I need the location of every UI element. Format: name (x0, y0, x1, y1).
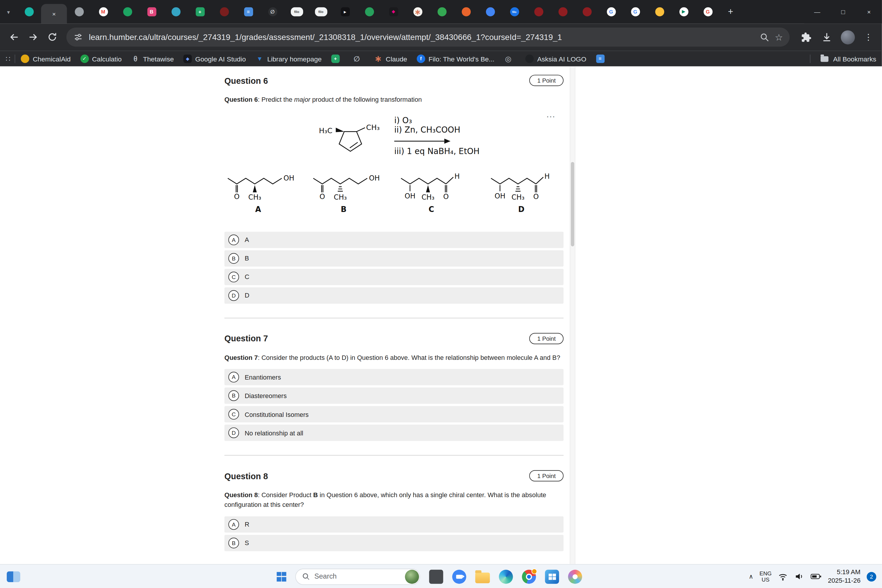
language-indicator[interactable]: ENG US (759, 570, 771, 583)
minimize-button[interactable]: — (804, 0, 830, 24)
widgets-icon[interactable] (7, 572, 20, 582)
bookmark-item[interactable]: ◆ Google AI Studio (183, 55, 246, 63)
edge-icon[interactable] (499, 570, 513, 584)
answer-option[interactable]: A R (224, 516, 564, 532)
notification-badge[interactable]: 2 (867, 572, 876, 582)
extensions-button[interactable] (797, 28, 815, 46)
meeting-app-icon[interactable] (452, 570, 466, 584)
bookmark-item[interactable]: Asksia AI LOGO (525, 55, 586, 63)
browser-tab[interactable] (67, 0, 91, 24)
wifi-icon[interactable] (778, 572, 788, 582)
answer-option[interactable]: D No relationship at all (224, 425, 564, 441)
scrollbar[interactable] (570, 66, 575, 564)
answer-option[interactable]: A A (224, 232, 564, 248)
chrome-icon[interactable] (522, 570, 536, 584)
browser-tab[interactable] (647, 0, 672, 24)
active-tab[interactable]: × (41, 4, 67, 24)
puzzle-icon (801, 32, 811, 42)
taskbar-search[interactable]: Search (295, 568, 420, 585)
browser-tab[interactable] (115, 0, 140, 24)
file-explorer-icon[interactable] (475, 572, 490, 583)
browser-tab[interactable] (550, 0, 575, 24)
address-bar[interactable]: learn.humber.ca/ultra/courses/_274319_1/… (66, 28, 790, 47)
answer-option[interactable]: A Enantiomers (224, 369, 564, 386)
bookmark-item[interactable]: ∅ (352, 55, 364, 63)
browser-tab[interactable]: filo (502, 0, 526, 24)
volume-icon[interactable] (794, 572, 804, 582)
bookmark-item[interactable]: ▼ Library homepage (255, 55, 322, 63)
all-bookmarks-button[interactable]: All Bookmarks (810, 55, 876, 63)
bookmark-favicon: ◆ (183, 55, 192, 63)
browser-tab[interactable]: ▶ (672, 0, 696, 24)
browser-tab[interactable]: G (696, 0, 720, 24)
browser-tab[interactable] (430, 0, 454, 24)
browser-tab[interactable] (164, 0, 188, 24)
browser-tab[interactable]: ≡ (236, 0, 260, 24)
answer-option[interactable]: C Constitutional Isomers (224, 406, 564, 423)
browser-tab[interactable] (478, 0, 502, 24)
site-controls-icon[interactable] (73, 32, 83, 42)
bookmark-item[interactable]: ∗ Claude (374, 55, 407, 63)
browser-tab[interactable]: M (91, 0, 115, 24)
maximize-button[interactable]: □ (830, 0, 856, 24)
clock[interactable]: 5:19 AM 2025-11-26 (828, 568, 861, 585)
reload-button[interactable] (43, 28, 62, 47)
profile-button[interactable] (838, 28, 856, 46)
bookmark-item[interactable]: ◎ (504, 55, 516, 63)
question7-title: Question 7 (224, 334, 268, 344)
browser-tab[interactable] (17, 0, 41, 24)
answer-option[interactable]: B Diastereomers (224, 388, 564, 404)
bookmark-item[interactable]: ChemicalAid (21, 55, 70, 63)
bookmark-item[interactable]: + (331, 55, 343, 63)
bookmark-star-icon[interactable]: ☆ (775, 32, 783, 42)
scrollbar-thumb[interactable] (571, 162, 574, 246)
start-button[interactable] (277, 572, 286, 582)
browser-tab[interactable] (357, 0, 381, 24)
reaction-figure: ⋯ H₃C CH₃ i) O₃ ii) Zn, CH₃COOH (224, 111, 564, 221)
new-tab-button[interactable]: + (722, 3, 739, 20)
bookmark-item[interactable]: f Filo: The World's Be... (417, 55, 494, 63)
browser-tab[interactable]: + (188, 0, 212, 24)
forward-button[interactable] (24, 28, 43, 47)
bookmark-item[interactable]: ✓ Calculatio (80, 55, 122, 63)
bookmark-item[interactable]: θ Thetawise (131, 55, 174, 63)
browser-tab[interactable]: G (623, 0, 647, 24)
photos-icon[interactable] (568, 570, 582, 584)
browser-tab[interactable]: B (140, 0, 164, 24)
answer-option[interactable]: B B (224, 250, 564, 266)
question6-points-badge: 1 Point (530, 75, 564, 86)
separator (810, 55, 810, 63)
back-button[interactable] (4, 28, 24, 47)
browser-tab[interactable]: filo (309, 0, 333, 24)
battery-icon[interactable] (810, 573, 822, 580)
close-button[interactable]: × (856, 0, 882, 24)
answer-option[interactable]: C C (224, 269, 564, 285)
answer-option[interactable]: D D (224, 287, 564, 303)
svg-text:H: H (454, 172, 460, 180)
browser-tab[interactable]: G (599, 0, 623, 24)
apps-grid-icon[interactable]: ∷ (6, 55, 10, 63)
answer-option[interactable]: B S (224, 535, 564, 551)
browser-tab[interactable]: ∅ (261, 0, 285, 24)
downloads-button[interactable] (818, 28, 836, 46)
browser-tab[interactable]: ∗ (405, 0, 429, 24)
store-icon[interactable] (545, 570, 559, 584)
figure-more-options-button[interactable]: ⋯ (546, 111, 556, 122)
browser-tab[interactable]: filo (285, 0, 309, 24)
show-hidden-icons-chevron[interactable]: ∧ (749, 573, 753, 580)
tab-close-icon[interactable]: × (52, 10, 56, 17)
browser-tab[interactable] (575, 0, 599, 24)
browser-tab[interactable]: ◆ (381, 0, 405, 24)
url-text[interactable]: learn.humber.ca/ultra/courses/_274319_1/… (89, 33, 759, 42)
browser-tab[interactable] (212, 0, 236, 24)
quiz-panel: Question 6 1 Point Question 6: Predict t… (224, 66, 564, 553)
browser-tab[interactable] (526, 0, 550, 24)
task-view-icon[interactable] (429, 570, 443, 584)
browser-tab[interactable] (454, 0, 478, 24)
tab-search-chevron-icon[interactable]: ▾ (0, 0, 17, 24)
browser-tab[interactable]: ▸ (333, 0, 357, 24)
browser-menu-button[interactable]: ⋮ (860, 28, 877, 46)
search-daily-image[interactable] (405, 570, 419, 584)
bookmark-item[interactable]: ≡ (596, 55, 608, 63)
zoom-icon[interactable] (759, 32, 769, 42)
